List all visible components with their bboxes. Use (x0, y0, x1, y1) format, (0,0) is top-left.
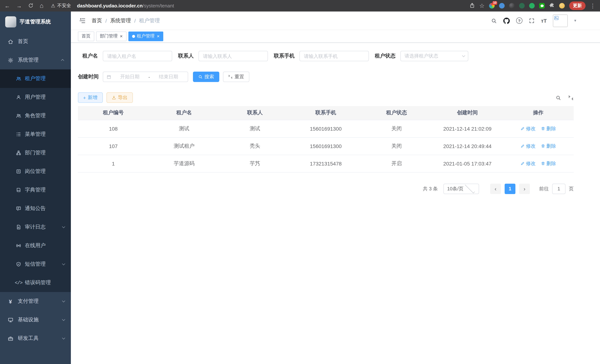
delete-link[interactable]: 删除 (541, 125, 556, 132)
user-avatar[interactable] (553, 14, 568, 27)
puzzle-extensions-icon[interactable] (549, 3, 555, 9)
delete-link[interactable]: 删除 (541, 143, 556, 149)
message-bubble-icon (16, 205, 21, 212)
monitor-icon (7, 317, 13, 323)
tab-home[interactable]: 首页 (78, 31, 94, 41)
page-size-select[interactable]: 10条/页 (443, 184, 479, 194)
goto-page: 前往 页 (539, 184, 574, 194)
bookmark-star-icon[interactable]: ☆ (479, 3, 485, 9)
sidebar-item-tenant[interactable]: 租户管理 (0, 69, 71, 88)
cell-phone: 17321315478 (290, 155, 361, 172)
cell-status: 开启 (361, 155, 432, 172)
app-logo[interactable]: 芋道管理系统 (0, 11, 71, 32)
update-button[interactable]: 更新 (569, 1, 586, 10)
edit-label: 修改 (526, 143, 536, 149)
sidebar-item-dict[interactable]: 字典管理 (0, 181, 71, 199)
fullscreen-icon[interactable] (529, 18, 535, 24)
sidebar-item-label: 通知公告 (25, 205, 46, 212)
user-icon (16, 94, 21, 100)
goto-page-input[interactable] (552, 184, 565, 194)
sidebar-item-menu[interactable]: 菜单管理 (0, 125, 71, 144)
delete-link[interactable]: 删除 (541, 160, 556, 167)
sidebar-item-payment[interactable]: ¥ 支付管理 (0, 292, 71, 311)
next-page-button[interactable]: › (519, 184, 530, 194)
sidebar-item-home[interactable]: 首页 (0, 32, 71, 51)
phone-label: 联系手机 (274, 53, 295, 59)
sidebar-item-label: 短信管理 (25, 261, 46, 268)
tab-dept[interactable]: 部门管理 × (96, 31, 126, 41)
toggle-search-icon[interactable] (555, 95, 561, 100)
phone-input[interactable] (300, 51, 369, 61)
home-nav-icon[interactable]: ⌂ (40, 3, 44, 9)
reload-icon[interactable] (28, 3, 33, 9)
sidebar-item-post[interactable]: 岗位管理 (0, 162, 71, 181)
search-button-label: 搜索 (205, 74, 214, 80)
back-icon[interactable]: ← (4, 3, 10, 9)
cell-contact: 测试 (219, 120, 290, 137)
tags-view: 首页 部门管理 × 租户管理 × (71, 30, 600, 43)
chat-extension-icon[interactable] (539, 3, 545, 9)
cell-phone: 15601691300 (290, 137, 361, 155)
edit-link[interactable]: 修改 (520, 160, 536, 167)
refresh-icon[interactable] (568, 95, 574, 100)
date-range-picker[interactable]: 开始日期 - 结束日期 (103, 72, 188, 82)
prev-page-button[interactable]: ‹ (490, 184, 501, 194)
tab-tenant[interactable]: 租户管理 × (128, 31, 163, 41)
page-1-button[interactable]: 1 (505, 184, 516, 194)
sidebar-item-role[interactable]: 角色管理 (0, 106, 71, 125)
extension-icon-2[interactable] (499, 3, 505, 9)
font-size-icon[interactable]: тT (541, 18, 547, 24)
sidebar-fold-icon[interactable] (79, 17, 86, 24)
tenant-table: 租户编号 租户名 联系人 联系手机 租户状态 创建时间 操作 108 测试 (78, 106, 574, 172)
extension-icon-4[interactable] (519, 3, 525, 9)
status-label: 租户状态 (375, 53, 395, 59)
help-icon[interactable]: ? (516, 18, 523, 24)
share-icon[interactable] (469, 3, 475, 9)
cell-actions: 修改删除 (503, 120, 574, 137)
search-icon[interactable] (491, 18, 497, 24)
tenant-name-input[interactable] (103, 51, 172, 61)
breadcrumb-system[interactable]: 系统管理 (110, 17, 131, 24)
sidebar-item-user[interactable]: 用户管理 (0, 88, 71, 106)
forward-icon[interactable]: → (16, 3, 22, 9)
chevron-down-icon (62, 299, 65, 302)
goto-label: 前往 (539, 185, 549, 192)
address-bar[interactable]: dashboard.yudao.iocoder.cn/system/tenant (77, 3, 174, 9)
sidebar-item-dept[interactable]: 部门管理 (0, 144, 71, 162)
table-row: 108 测试 测试 15601691300 关闭 2021-12-14 21:0… (78, 120, 574, 137)
export-button[interactable]: 导出 (106, 92, 133, 103)
contact-input[interactable] (198, 51, 268, 61)
extension-icon-3[interactable] (509, 3, 515, 9)
sidebar-item-sms[interactable]: 短信管理 (0, 255, 71, 273)
reset-button[interactable]: 重置 (223, 72, 249, 82)
close-icon[interactable]: × (157, 34, 159, 38)
sidebar-item-notice[interactable]: 通知公告 (0, 199, 71, 218)
sidebar-item-label: 部门管理 (25, 149, 46, 156)
site-security[interactable]: ⚠ 不安全 (51, 3, 71, 9)
browser-menu-icon[interactable]: ⋮ (590, 2, 596, 9)
profile-avatar-icon[interactable] (559, 3, 565, 9)
browser-toolbar: ← → ⌂ ⚠ 不安全 dashboard.yudao.iocoder.cn/s… (0, 0, 600, 11)
col-phone: 联系手机 (290, 106, 361, 120)
page-size-value: 10条/页 (447, 185, 463, 192)
edit-link[interactable]: 修改 (520, 143, 536, 149)
cell-created: 2021-12-14 20:49:44 (432, 137, 503, 155)
status-select[interactable]: 请选择租户状态 (400, 51, 468, 61)
sidebar-item-online-users[interactable]: 在线用户 (0, 236, 71, 255)
sidebar-item-infra[interactable]: 基础设施 (0, 311, 71, 329)
sidebar-item-error-code[interactable]: </> 错误码管理 (0, 273, 71, 292)
extension-icon-5[interactable] (529, 3, 535, 9)
close-icon[interactable]: × (120, 34, 123, 38)
github-icon[interactable] (503, 17, 510, 24)
url-host: dashboard.yudao.iocoder.cn (77, 3, 143, 9)
avatar-caret-icon[interactable]: ▾ (574, 18, 576, 23)
search-button[interactable]: 搜索 (193, 72, 219, 82)
add-button[interactable]: + 新增 (78, 92, 103, 103)
sidebar-item-system[interactable]: 系统管理 (0, 51, 71, 69)
extension-icon-1[interactable]: 10 (489, 3, 495, 9)
sidebar-item-audit-log[interactable]: 审计日志 (0, 218, 71, 236)
filter-status: 租户状态 请选择租户状态 (375, 51, 468, 61)
edit-link[interactable]: 修改 (520, 125, 536, 132)
breadcrumb-home[interactable]: 首页 (92, 17, 102, 24)
sidebar-item-dev-tools[interactable]: 研发工具 (0, 329, 71, 348)
